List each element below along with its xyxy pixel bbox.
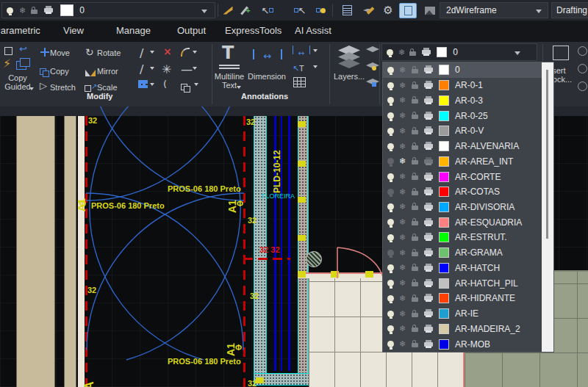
layer-plot-icon[interactable] [424,144,433,148]
layer-freeze-icon[interactable]: ❄ [399,127,407,135]
mirror-icon[interactable] [85,66,96,79]
layer-row[interactable]: ❄AR-HATCH [383,261,542,276]
layer-freeze-icon[interactable]: ❄ [399,249,407,257]
tab-expresstools[interactable]: ExpressTools [225,25,282,36]
properties-palette-icon[interactable] [340,3,354,18]
layer-on-icon[interactable] [387,264,394,271]
layer-on-icon[interactable] [387,128,394,134]
layer-lock-icon[interactable] [412,99,418,104]
layer-row[interactable]: ❄0 [383,62,542,78]
chevron-down-icon[interactable] [514,51,520,55]
layer-color-swatch[interactable] [439,278,449,289]
layer-freeze-icon[interactable]: ❄ [399,203,407,211]
render-image-icon[interactable] [423,3,437,18]
measure-icon[interactable]: — [181,62,193,76]
layer-on-icon[interactable] [387,97,394,104]
layer-lock-icon[interactable] [412,176,418,180]
layer-on-icon[interactable] [387,189,394,195]
layer-color-swatch[interactable] [439,202,449,212]
mirror-button[interactable]: Mirror [97,67,118,76]
layer-color-swatch[interactable] [60,4,74,16]
layer-lock-icon[interactable] [412,328,418,332]
erase-icon[interactable]: × [163,46,172,57]
tab-manage[interactable]: Manage [116,25,151,36]
layer-plot-icon[interactable] [424,68,433,72]
layer-lock-icon[interactable] [412,297,418,302]
layer-color-swatch[interactable] [439,247,449,258]
layer-on-icon[interactable] [387,173,394,180]
layer-plot-icon[interactable] [424,220,433,225]
layer-plot-icon[interactable] [422,50,431,54]
layer-lock-icon[interactable] [412,282,418,286]
scale-button[interactable]: Scale [97,83,118,92]
layer-on-icon[interactable] [387,234,394,241]
layer-on-icon[interactable] [387,203,394,210]
chevron-down-icon[interactable] [201,10,207,13]
layer-row[interactable]: ❄AR-COTAS [383,184,542,200]
explode-icon[interactable]: ✳ [162,62,171,76]
layer-row[interactable]: ❄AR-HATCH_PIL [383,275,542,291]
layer-on-icon[interactable] [387,219,394,225]
layer-on-icon[interactable] [387,295,394,302]
layer-lock-icon[interactable] [412,267,418,271]
layer-lock-icon[interactable] [412,343,418,347]
layer-color-swatch[interactable] [437,47,447,57]
layer-freeze-icon[interactable]: ❄ [399,96,407,104]
layer-lock-icon[interactable] [412,130,418,134]
layer-lock-icon[interactable] [412,191,418,195]
layer-color-swatch[interactable] [439,126,449,136]
layer-lock-icon[interactable] [412,69,418,73]
layer-on-icon[interactable] [387,325,394,332]
layer-plot-icon[interactable] [424,175,433,179]
palette-toggle-button[interactable] [399,3,417,18]
layer-row[interactable]: ❄AR-IE [383,306,542,322]
layer-on-icon[interactable] [387,67,394,73]
layer-control-top[interactable]: ❄ 0 [1,2,215,18]
trim-icon[interactable]: / [140,46,143,60]
layer-row[interactable]: ❄AR-ALVENARIA [383,139,542,154]
copy-icon[interactable] [40,65,49,78]
layer-plot-icon[interactable] [424,342,433,347]
revcloud-icon[interactable]: ( [163,79,167,90]
layer-lock-icon[interactable] [409,51,416,56]
layer-color-swatch[interactable] [439,217,449,228]
copy-nested-icon[interactable] [181,80,190,93]
layer-lock-icon[interactable] [412,221,418,225]
layer-freeze-icon[interactable]: ❄ [399,82,407,90]
layer-plot-icon[interactable] [424,129,433,133]
layer-walk-icon[interactable] [360,3,375,18]
tab-ai-assist[interactable]: AI Assist [295,25,331,36]
stretch-icon[interactable]: ▷ [40,80,47,91]
layer-search-icon[interactable] [366,46,379,52]
layer-on-icon[interactable] [387,250,394,256]
layer-freeze-icon[interactable]: ❄ [399,188,407,196]
layer-row[interactable]: ❄AR-0-1 [383,78,542,93]
layer-color-swatch[interactable] [439,324,449,334]
count-icon[interactable] [578,64,587,73]
layer-lock-icon[interactable] [412,236,418,241]
layer-freeze-icon[interactable]: ❄ [399,310,407,318]
layer-freeze-icon[interactable]: ❄ [399,112,407,120]
layer-color-swatch[interactable] [439,339,449,350]
quick-select-icon[interactable]: ↖ [260,3,275,18]
layer-plot-icon[interactable] [424,83,433,87]
insert-block-icon[interactable] [553,46,569,63]
layer-plot-icon[interactable] [424,189,433,194]
layer-row[interactable]: ❄AR-AREA_INT [383,153,542,169]
layer-color-swatch[interactable] [439,95,449,106]
dropdown-scrollbar[interactable] [542,62,553,352]
leader-icon[interactable]: ↖T [293,61,304,74]
layer-color-swatch[interactable] [439,141,449,151]
layer-row[interactable]: ❄AR-HIDRANTE [383,291,542,306]
layer-on-icon[interactable] [387,143,394,150]
layer-lock-icon[interactable] [412,145,418,150]
match-properties-icon[interactable] [220,3,235,18]
layer-on-icon[interactable] [387,158,394,164]
array-icon[interactable] [138,80,148,88]
workspace-dropdown[interactable]: Drafting [551,2,588,18]
layer-lock-icon[interactable] [412,84,418,89]
layer-plot-icon[interactable] [424,266,433,270]
layer-lock-icon[interactable] [412,313,418,317]
eyedropper-add-icon[interactable]: + [240,3,254,18]
layer-row[interactable]: ❄AR-0-25 [383,108,542,123]
